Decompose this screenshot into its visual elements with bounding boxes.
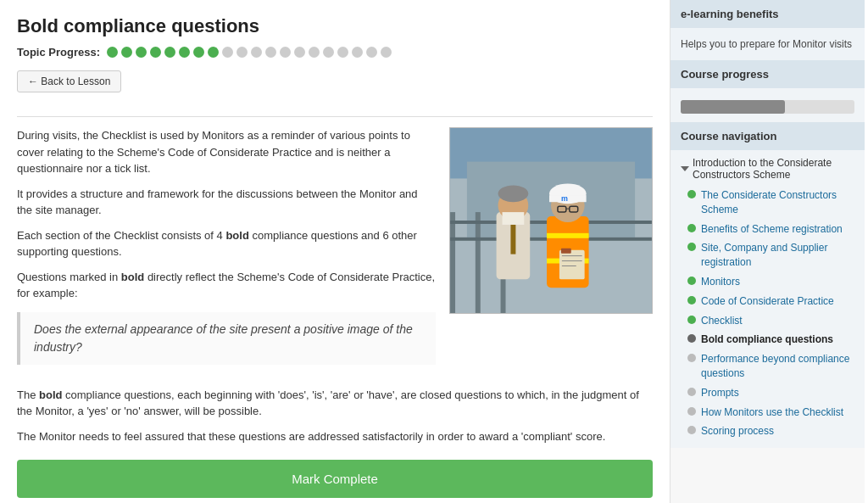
topic-progress-label: Topic Progress:	[17, 46, 100, 59]
course-nav-section: Course navigation Introduction to the Co…	[670, 122, 865, 448]
progress-dot-6	[179, 47, 190, 58]
nav-dot-1	[687, 190, 696, 198]
nav-item-5[interactable]: Code of Considerate Practice	[681, 292, 854, 311]
progress-dot-20	[381, 47, 392, 58]
nav-item-label-3: Site, Company and Supplier registration	[701, 241, 854, 270]
svg-rect-4	[476, 212, 481, 313]
nav-dot-8	[687, 354, 696, 362]
course-progress-section: Course progress	[670, 60, 865, 122]
progress-dot-5	[164, 47, 175, 58]
svg-rect-24	[561, 249, 571, 254]
nav-dot-9	[687, 388, 696, 396]
nav-item-label-8: Performance beyond compliance questions	[701, 352, 854, 381]
svg-rect-23	[559, 250, 585, 280]
progress-dot-4	[150, 47, 161, 58]
nav-group-title-text: Introduction to the Considerate Construc…	[693, 157, 854, 181]
nav-dot-11	[687, 426, 696, 434]
progress-dot-15	[309, 47, 320, 58]
quote-block: Does the external appearance of the site…	[17, 312, 436, 365]
nav-dot-3	[687, 243, 696, 251]
nav-items-container: The Considerate Constructors SchemeBenef…	[681, 186, 854, 441]
nav-item-label-7: Bold compliance questions	[701, 333, 833, 347]
page-title: Bold compliance questions	[17, 15, 653, 37]
nav-item-4[interactable]: Monitors	[681, 272, 854, 292]
progress-dot-17	[337, 47, 348, 58]
course-nav-body: Introduction to the Considerate Construc…	[670, 150, 865, 448]
elearning-header: e-learning benefits	[670, 0, 865, 28]
progress-dot-9	[222, 47, 233, 58]
svg-rect-3	[450, 212, 455, 313]
nav-item-label-6: Checklist	[701, 314, 743, 328]
nav-item-label-5: Code of Considerate Practice	[701, 294, 834, 309]
progress-bar-outer	[681, 100, 854, 114]
triangle-icon	[681, 166, 689, 171]
progress-dot-2	[121, 47, 132, 58]
nav-dot-10	[687, 407, 696, 416]
back-to-lesson-button[interactable]: ← Back to Lesson	[17, 70, 121, 92]
svg-rect-18	[549, 195, 587, 202]
nav-item-9[interactable]: Prompts	[681, 383, 854, 403]
progress-dot-10	[236, 47, 248, 58]
progress-dots	[107, 47, 392, 58]
content-area: During visits, the Checklist is used by …	[17, 127, 653, 375]
nav-item-11[interactable]: Scoring process	[681, 422, 854, 441]
nav-item-3[interactable]: Site, Company and Supplier registration	[681, 238, 854, 272]
svg-rect-11	[510, 221, 515, 254]
course-nav-header: Course navigation	[670, 122, 865, 150]
nav-dot-7	[687, 334, 696, 343]
progress-dot-3	[136, 47, 147, 58]
elearning-section: e-learning benefits Helps you to prepare…	[670, 0, 865, 60]
paragraph-5: The bold compliance questions, each begi…	[17, 387, 653, 420]
progress-dot-13	[280, 47, 291, 58]
paragraph-4: Questions marked in bold directly reflec…	[17, 269, 436, 302]
svg-point-10	[498, 185, 529, 202]
elearning-body: Helps you to prepare for Monitor visits	[670, 28, 865, 60]
svg-rect-14	[547, 233, 589, 238]
nav-item-2[interactable]: Benefits of Scheme registration	[681, 220, 854, 239]
sidebar: e-learning benefits Helps you to prepare…	[670, 0, 865, 503]
course-progress-header: Course progress	[670, 60, 865, 88]
divider	[17, 116, 653, 117]
progress-dot-19	[366, 47, 377, 58]
nav-item-8[interactable]: Performance beyond compliance questions	[681, 349, 854, 383]
svg-text:m: m	[561, 194, 568, 203]
nav-item-label-2: Benefits of Scheme registration	[701, 222, 843, 237]
nav-item-label-1: The Considerate Constructors Scheme	[701, 188, 854, 217]
mark-complete-button[interactable]: Mark Complete	[17, 460, 653, 498]
paragraph-2: It provides a structure and framework fo…	[17, 186, 436, 219]
paragraph-6: The Monitor needs to feel assured that t…	[17, 428, 653, 445]
progress-dot-18	[352, 47, 363, 58]
nav-item-label-4: Monitors	[701, 275, 740, 289]
main-content: Bold compliance questions Topic Progress…	[0, 0, 670, 503]
course-image: m	[449, 127, 653, 314]
nav-item-label-10: How Monitors use the Checklist	[701, 405, 843, 420]
nav-item-6[interactable]: Checklist	[681, 311, 854, 331]
topic-progress-row: Topic Progress:	[17, 46, 653, 59]
progress-dot-1	[107, 47, 118, 58]
nav-dot-6	[687, 316, 696, 324]
nav-dot-5	[687, 296, 696, 305]
nav-item-10[interactable]: How Monitors use the Checklist	[681, 403, 854, 422]
progress-dot-7	[193, 47, 204, 58]
paragraph-3: Each section of the Checklist consists o…	[17, 227, 436, 260]
quote-text: Does the external appearance of the site…	[34, 322, 413, 354]
nav-item-1[interactable]: The Considerate Constructors Scheme	[681, 186, 854, 220]
nav-item-label-9: Prompts	[701, 386, 739, 400]
svg-rect-12	[503, 212, 525, 225]
progress-dot-8	[208, 47, 219, 58]
progress-dot-14	[294, 47, 305, 58]
mark-complete-label: Mark Complete	[292, 472, 378, 486]
nav-group-title[interactable]: Introduction to the Considerate Construc…	[681, 157, 854, 181]
progress-dot-16	[323, 47, 334, 58]
progress-bar-inner	[681, 100, 785, 114]
paragraph-1: During visits, the Checklist is used by …	[17, 127, 436, 177]
progress-dot-12	[265, 47, 276, 58]
text-block: During visits, the Checklist is used by …	[17, 127, 436, 375]
progress-dot-11	[251, 47, 262, 58]
nav-dot-4	[687, 277, 696, 285]
nav-dot-2	[687, 224, 696, 232]
nav-item-7[interactable]: Bold compliance questions	[681, 330, 854, 349]
nav-item-label-11: Scoring process	[701, 424, 774, 439]
